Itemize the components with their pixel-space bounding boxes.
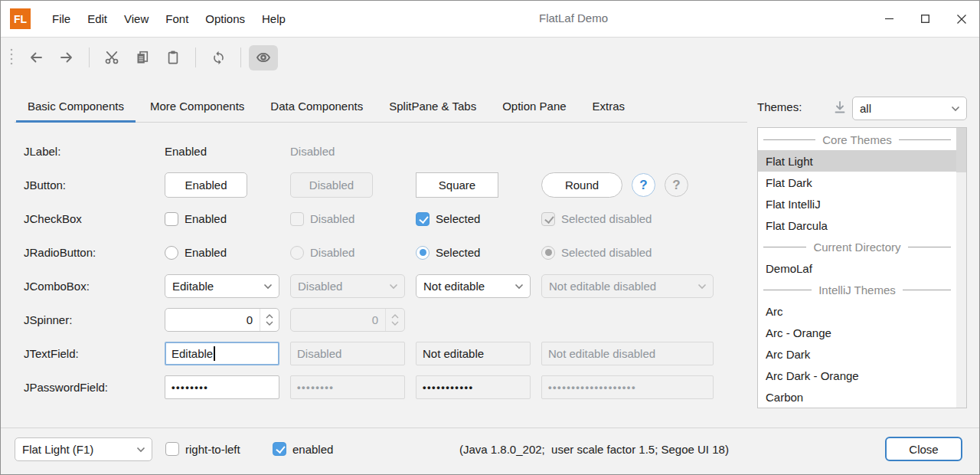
right-to-left-checkbox[interactable]: right-to-left	[165, 442, 240, 456]
theme-list-item[interactable]: Arc Dark - Orange	[758, 365, 956, 386]
passwordfield-not-editable[interactable]: •••••••••••	[416, 375, 531, 399]
back-button[interactable]	[21, 45, 51, 70]
window-controls	[871, 1, 979, 37]
runtime-info-label: (Java 1.8.0_202; user scale factor 1.5; …	[459, 443, 729, 456]
theme-list-item[interactable]: Arc Dark	[758, 343, 956, 365]
checkbox-checked-icon[interactable]	[416, 212, 430, 226]
checkbox-checked-icon[interactable]	[273, 442, 286, 456]
theme-list-item[interactable]: Carbon	[758, 386, 956, 408]
eye-icon	[256, 50, 271, 65]
checkbox-disabled: Disabled	[290, 206, 405, 231]
spinner-buttons[interactable]	[260, 309, 279, 331]
copy-button[interactable]	[128, 45, 157, 70]
show-hidden-toggle-button[interactable]	[249, 45, 278, 70]
tab-option-pane[interactable]: Option Pane	[489, 90, 579, 122]
themes-list: Core Themes Flat Light Flat Dark Flat In…	[757, 127, 967, 408]
theme-list-item[interactable]: Flat IntelliJ	[758, 193, 956, 215]
themes-scrollbar-thumb[interactable]	[956, 128, 966, 172]
textfield-not-editable-disabled: Not editable disabled	[541, 342, 714, 365]
maximize-button[interactable]	[907, 1, 943, 37]
close-icon	[957, 15, 966, 24]
passwordfield-enabled[interactable]: ••••••••	[165, 375, 279, 399]
chevron-down-icon	[514, 283, 524, 290]
combobox-not-editable-disabled: Not editable disabled	[541, 274, 714, 298]
radio-selected[interactable]: Selected	[416, 240, 531, 265]
theme-list-item[interactable]: Arc	[758, 300, 956, 322]
tab-data-components[interactable]: Data Components	[257, 90, 376, 122]
passwordfield-disabled: ••••••••	[290, 375, 405, 399]
chevron-down-icon[interactable]	[266, 321, 273, 326]
radio-selected-icon[interactable]	[416, 246, 430, 260]
refresh-button[interactable]	[204, 45, 233, 70]
paste-button[interactable]	[158, 45, 188, 70]
tab-more-components[interactable]: More Components	[137, 90, 257, 122]
radio-enabled[interactable]: Enabled	[165, 240, 279, 265]
square-button[interactable]: Square	[416, 172, 498, 198]
jlabel-disabled: Disabled	[290, 139, 405, 164]
combobox-editable[interactable]: Editable	[165, 274, 279, 298]
checkbox-selected[interactable]: Selected	[416, 206, 531, 231]
jtextfield-row-label: JTextField:	[24, 341, 154, 366]
laf-combobox[interactable]: Flat Light (F1)	[15, 437, 152, 461]
theme-list-item[interactable]: Arc - Orange	[758, 322, 956, 343]
themes-header: Themes: all	[757, 93, 967, 123]
minimize-icon	[885, 15, 893, 23]
toolbar-separator	[89, 48, 90, 67]
menu-help[interactable]: Help	[253, 8, 294, 29]
theme-group-separator: Current Directory	[758, 236, 956, 257]
themes-label: Themes:	[757, 100, 802, 113]
close-button[interactable]: Close	[885, 437, 962, 461]
combobox-disabled: Disabled	[290, 274, 405, 298]
theme-list-item[interactable]: Flat Darcula	[758, 215, 956, 236]
checkbox-enabled[interactable]: Enabled	[165, 206, 279, 231]
enabled-checkbox[interactable]: enabled	[273, 442, 333, 456]
menu-edit[interactable]: Edit	[79, 8, 116, 29]
menu-font[interactable]: Font	[157, 8, 197, 29]
spinner-enabled[interactable]: 0	[165, 308, 279, 332]
textfield-not-editable[interactable]: Not editable	[416, 342, 531, 365]
tab-basic-components[interactable]: Basic Components	[15, 90, 137, 122]
forward-button[interactable]	[52, 45, 81, 70]
themes-filter-combobox[interactable]: all	[852, 97, 967, 120]
tab-splitpane-tabs[interactable]: SplitPane & Tabs	[376, 90, 489, 122]
help-button[interactable]: ?	[632, 173, 655, 197]
combobox-not-editable[interactable]: Not editable	[416, 274, 531, 298]
enabled-button[interactable]: Enabled	[165, 172, 247, 198]
menu-file[interactable]: File	[44, 8, 79, 29]
titlebar: FL File Edit View Font Options Help Flat…	[1, 1, 979, 38]
menu-view[interactable]: View	[116, 8, 157, 29]
jpasswordfield-row-label: JPasswordField:	[24, 375, 154, 400]
chevron-up-icon[interactable]	[266, 314, 273, 319]
checkbox-icon	[290, 212, 304, 226]
toolbar-separator	[195, 48, 196, 67]
paste-icon	[165, 50, 181, 65]
toolbar-grip[interactable]	[10, 48, 13, 67]
textfield-editable[interactable]: Editable	[165, 342, 279, 365]
passwordfield-not-editable-disabled: •••••••••••••••••••	[541, 375, 714, 399]
round-button[interactable]: Round	[541, 172, 622, 198]
chevron-down-icon	[697, 283, 707, 290]
copy-icon	[135, 50, 150, 65]
theme-group-separator: Core Themes	[758, 129, 956, 150]
chevron-down-icon	[391, 321, 399, 326]
checkbox-selected-disabled: Selected disabled	[541, 206, 725, 231]
checkbox-icon[interactable]	[165, 442, 179, 456]
minimize-button[interactable]	[871, 1, 907, 37]
tab-extras[interactable]: Extras	[580, 90, 639, 122]
toolbar-separator	[240, 48, 241, 67]
themes-scrollbar[interactable]	[956, 128, 966, 408]
cut-button[interactable]	[97, 45, 126, 70]
radio-selected-icon	[541, 246, 555, 260]
theme-list-item[interactable]: DemoLaf	[758, 257, 956, 279]
spinner-buttons	[385, 309, 404, 331]
download-themes-button[interactable]	[832, 100, 848, 115]
refresh-icon	[211, 51, 226, 65]
radio-icon[interactable]	[165, 246, 178, 260]
close-window-button[interactable]	[943, 1, 979, 37]
theme-list-item[interactable]: Flat Dark	[758, 172, 956, 193]
statusbar-separator	[1, 428, 979, 428]
menu-options[interactable]: Options	[197, 8, 253, 29]
theme-list-item-selected[interactable]: Flat Light	[758, 150, 956, 172]
checkbox-icon[interactable]	[165, 212, 178, 226]
theme-group-separator: IntelliJ Themes	[758, 279, 956, 300]
